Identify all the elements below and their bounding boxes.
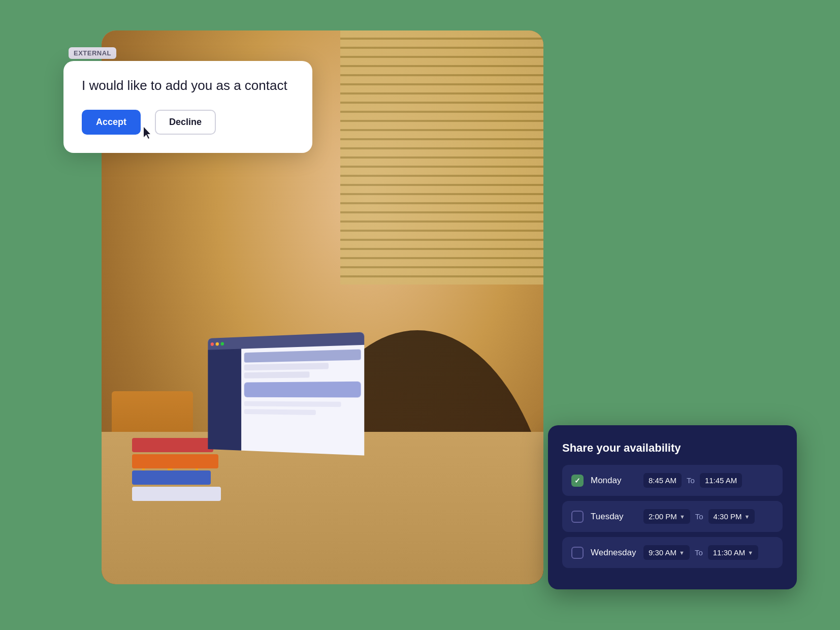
laptop-content-2 xyxy=(244,371,310,379)
tuesday-checkbox[interactable] xyxy=(571,511,584,523)
dot-green xyxy=(221,342,224,345)
tuesday-label: Tuesday xyxy=(591,512,636,522)
wednesday-checkbox[interactable] xyxy=(571,547,584,559)
tuesday-from-time[interactable]: 2:00 PM ▼ xyxy=(643,509,690,524)
monday-label: Monday xyxy=(591,476,636,486)
chevron-down-icon-4: ▼ xyxy=(744,514,750,520)
external-badge-label: EXTERNAL xyxy=(69,47,116,59)
monday-from-time[interactable]: 8:45 AM xyxy=(643,473,682,488)
decline-button[interactable]: Decline xyxy=(155,110,216,135)
monday-time-slot: 8:45 AM To 11:45 AM xyxy=(643,473,773,488)
to-separator-monday: To xyxy=(687,476,695,485)
laptop-header-bar xyxy=(244,349,361,362)
chevron-down-icon-3: ▼ xyxy=(680,514,685,520)
book-3 xyxy=(132,470,211,485)
availability-row-tuesday: Tuesday 2:00 PM ▼ To 4:30 PM ▼ xyxy=(562,501,783,532)
wednesday-label: Wednesday xyxy=(591,548,636,558)
wednesday-time-slot: 9:30 AM ▼ To 11:30 AM ▼ xyxy=(643,545,773,560)
availability-card: Share your availability ✓ Monday 8:45 AM… xyxy=(548,425,797,589)
laptop-banner xyxy=(244,382,361,398)
contact-message: I would like to add you as a contact xyxy=(82,77,294,94)
chevron-down-icon-5: ▼ xyxy=(679,550,685,556)
book-4 xyxy=(132,487,221,501)
laptop-line-1 xyxy=(244,401,341,407)
monday-checkbox[interactable]: ✓ xyxy=(571,475,584,487)
laptop-body xyxy=(208,345,364,456)
contact-request-card: I would like to add you as a contact Acc… xyxy=(63,61,312,153)
dot-red xyxy=(211,342,214,346)
laptop-content-1 xyxy=(244,363,329,370)
dot-yellow xyxy=(216,342,219,345)
wednesday-from-time[interactable]: 9:30 AM ▼ xyxy=(643,545,690,560)
checkmark-icon: ✓ xyxy=(574,477,580,485)
cursor-icon xyxy=(144,127,153,139)
availability-row-monday: ✓ Monday 8:45 AM To 11:45 AM xyxy=(562,465,783,496)
availability-row-wednesday: Wednesday 9:30 AM ▼ To 11:30 AM ▼ xyxy=(562,537,783,568)
tuesday-from-value: 2:00 PM xyxy=(649,512,677,521)
tuesday-to-value: 4:30 PM xyxy=(714,512,742,521)
wednesday-from-value: 9:30 AM xyxy=(649,548,676,557)
wednesday-to-time[interactable]: 11:30 AM ▼ xyxy=(708,545,758,560)
monday-to-time[interactable]: 11:45 AM xyxy=(700,473,742,488)
availability-title: Share your availability xyxy=(562,442,783,455)
book-2 xyxy=(132,454,218,468)
laptop-line-2 xyxy=(244,409,316,415)
tuesday-time-slot: 2:00 PM ▼ To 4:30 PM ▼ xyxy=(643,509,773,524)
window-blinds xyxy=(340,30,543,285)
chevron-down-icon-6: ▼ xyxy=(748,550,753,556)
to-separator-wednesday: To xyxy=(695,548,703,557)
tuesday-to-time[interactable]: 4:30 PM ▼ xyxy=(708,509,755,524)
wednesday-to-value: 11:30 AM xyxy=(713,548,745,557)
to-separator-tuesday: To xyxy=(695,512,703,521)
laptop-sidebar xyxy=(208,349,241,451)
book-1 xyxy=(132,438,213,452)
laptop-screen xyxy=(208,332,364,455)
card-buttons: Accept Decline xyxy=(82,110,294,135)
laptop-main-area xyxy=(241,345,364,456)
accept-button[interactable]: Accept xyxy=(82,110,141,135)
external-badge: EXTERNAL xyxy=(69,48,116,57)
